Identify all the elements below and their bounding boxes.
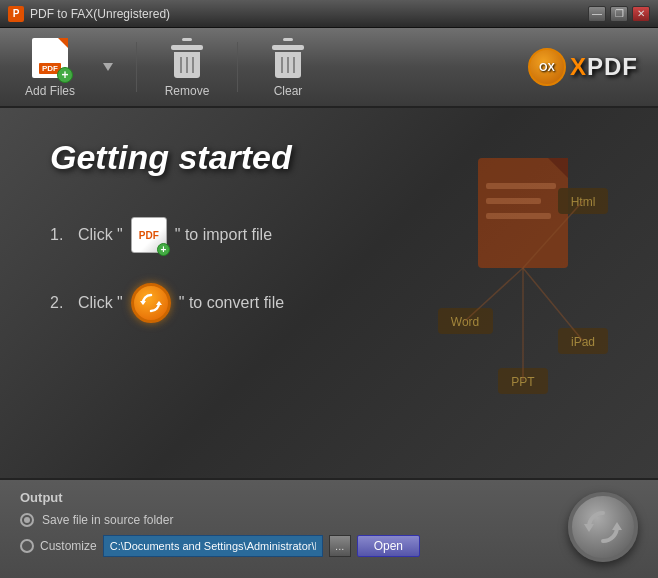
bottom-panel: Output Save file in source folder Custom… bbox=[0, 478, 658, 578]
save-source-row: Save file in source folder bbox=[20, 513, 638, 527]
clear-trash-icon bbox=[270, 38, 306, 78]
svg-text:PPT: PPT bbox=[511, 375, 535, 389]
svg-marker-19 bbox=[156, 301, 162, 305]
svg-marker-0 bbox=[103, 63, 113, 71]
step-1: 1. Click " PDF + " to import file bbox=[50, 217, 608, 253]
svg-rect-3 bbox=[486, 183, 556, 189]
step-1-click-text: Click " bbox=[78, 226, 123, 244]
open-button[interactable]: Open bbox=[357, 535, 420, 557]
svg-rect-4 bbox=[486, 198, 541, 204]
title-bar-left: P PDF to FAX(Unregistered) bbox=[8, 6, 170, 22]
app-icon: P bbox=[8, 6, 24, 22]
clear-button[interactable]: Clear bbox=[258, 36, 318, 98]
svg-marker-21 bbox=[612, 522, 622, 530]
svg-marker-20 bbox=[584, 524, 594, 532]
step-2: 2. Click " " to convert file bbox=[50, 283, 608, 323]
add-files-label: Add Files bbox=[25, 84, 75, 98]
add-files-button[interactable]: PDF + Add Files bbox=[20, 36, 80, 98]
remove-label: Remove bbox=[165, 84, 210, 98]
title-controls: — ❐ ✕ bbox=[588, 6, 650, 22]
svg-marker-18 bbox=[140, 301, 146, 305]
customize-row: Customize ... Open bbox=[20, 535, 638, 557]
add-files-dropdown[interactable] bbox=[100, 59, 116, 75]
customize-path-input[interactable] bbox=[103, 535, 323, 557]
main-content: Html Word iPad PPT Getting started 1. Cl… bbox=[0, 108, 658, 478]
pdf-add-icon: PDF + bbox=[32, 38, 68, 78]
clear-label: Clear bbox=[274, 84, 303, 98]
pdf-logo-text: XPDF bbox=[570, 53, 638, 81]
toolbar-separator-1 bbox=[136, 42, 137, 92]
step-1-add-icon: PDF + bbox=[131, 217, 167, 253]
customize-label: Customize bbox=[40, 539, 97, 553]
save-source-radio[interactable] bbox=[20, 513, 34, 527]
clear-icon-container bbox=[266, 36, 310, 80]
output-label: Output bbox=[20, 490, 638, 505]
add-files-icon-container: PDF + bbox=[28, 36, 72, 80]
oxpdf-logo: OX XPDF bbox=[528, 48, 638, 86]
svg-rect-6 bbox=[558, 188, 608, 214]
convert-big-button[interactable] bbox=[568, 492, 638, 562]
browse-button[interactable]: ... bbox=[329, 535, 351, 557]
step-2-convert-icon bbox=[131, 283, 171, 323]
svg-text:iPad: iPad bbox=[571, 335, 595, 349]
output-section: Output Save file in source folder Custom… bbox=[20, 490, 638, 557]
ox-icon: OX bbox=[528, 48, 566, 86]
customize-radio[interactable] bbox=[20, 539, 34, 553]
restore-button[interactable]: ❐ bbox=[610, 6, 628, 22]
plus-icon: + bbox=[57, 67, 73, 83]
remove-button[interactable]: Remove bbox=[157, 36, 217, 98]
svg-rect-10 bbox=[558, 328, 608, 354]
minimize-button[interactable]: — bbox=[588, 6, 606, 22]
step-2-number: 2. bbox=[50, 294, 70, 312]
title-bar: P PDF to FAX(Unregistered) — ❐ ✕ bbox=[0, 0, 658, 28]
remove-trash-icon bbox=[169, 38, 205, 78]
window-title: PDF to FAX(Unregistered) bbox=[30, 7, 170, 21]
step-1-number: 1. bbox=[50, 226, 70, 244]
svg-rect-12 bbox=[498, 368, 548, 394]
step-1-text: " to import file bbox=[175, 226, 272, 244]
toolbar: PDF + Add Files bbox=[0, 28, 658, 108]
getting-started-title: Getting started bbox=[50, 138, 608, 177]
step-2-click-text: Click " bbox=[78, 294, 123, 312]
save-source-label: Save file in source folder bbox=[42, 513, 173, 527]
step-2-text: " to convert file bbox=[179, 294, 284, 312]
close-button[interactable]: ✕ bbox=[632, 6, 650, 22]
toolbar-separator-2 bbox=[237, 42, 238, 92]
step-1-plus-icon: + bbox=[157, 243, 170, 256]
svg-text:Html: Html bbox=[571, 195, 596, 209]
remove-icon-container bbox=[165, 36, 209, 80]
